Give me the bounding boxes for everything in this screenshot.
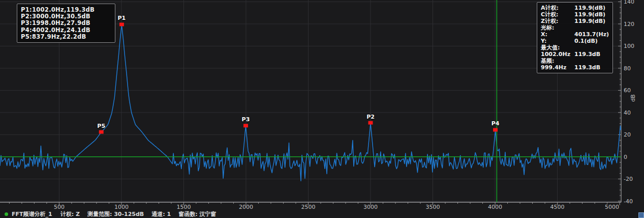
- y-tick-label: 100: [624, 43, 634, 49]
- info-row-label: 999.4Hz: [541, 64, 574, 71]
- info-row: X:4013.7(Hz): [541, 31, 609, 38]
- info-row-value: 119.3dB: [574, 64, 609, 71]
- info-row-label: Y:: [541, 38, 574, 44]
- peak-marker-P4[interactable]: [493, 128, 498, 131]
- peak-readout-box: P1:1002.0Hz,119.3dBP2:3000.0Hz,30.5dBP3:…: [17, 4, 115, 43]
- status-bar: FFT频谱分析_1 计权: Z测量范围: 30-125dB通道: 1窗函数: 汉…: [0, 210, 644, 218]
- status-item: 通道: 1: [151, 211, 171, 217]
- info-row: 999.4Hz119.3dB: [541, 64, 609, 71]
- info-row-label: 光标:: [541, 24, 574, 31]
- measurement-info-rows: A计权:119.9(dB)C计权:119.9(dB)Z计权:119.9(dB)光…: [541, 5, 609, 71]
- x-tick-label: 3000: [355, 204, 386, 210]
- peak-label-P1: P1: [113, 15, 130, 21]
- info-row-label: 基频:: [541, 58, 574, 64]
- resize-handle[interactable]: [638, 212, 644, 218]
- info-row-value: [574, 58, 609, 64]
- peak-marker-P2[interactable]: [368, 121, 373, 125]
- info-row-value: 119.9(dB): [574, 5, 609, 11]
- peak-readout-lines: P1:1002.0Hz,119.3dBP2:3000.0Hz,30.5dBP3:…: [21, 7, 111, 40]
- x-tick-label: 1000: [106, 204, 137, 210]
- status-item: 计权: Z: [60, 211, 80, 217]
- x-tick-label: 500: [44, 204, 74, 210]
- info-row-value: [574, 24, 609, 31]
- x-tick-label: 3500: [418, 204, 448, 210]
- info-row: Y:0.1(dB): [541, 38, 609, 44]
- status-item: 测量范围: 30-125dB: [87, 211, 144, 217]
- info-row: 最大值:: [541, 44, 609, 51]
- series-indicator-dot: [5, 212, 8, 216]
- measurement-info-panel: A计权:119.9(dB)C计权:119.9(dB)Z计权:119.9(dB)光…: [537, 2, 613, 73]
- info-row-label: A计权:: [541, 5, 574, 11]
- info-row-value: 119.9(dB): [574, 18, 609, 24]
- x-tick-label: 1500: [168, 204, 199, 210]
- y-tick-label: 120: [624, 21, 634, 28]
- info-row-value: 0.1(dB): [574, 38, 609, 44]
- info-row: 1002.0Hz119.3dB: [541, 51, 609, 58]
- info-row-value: 119.3dB: [574, 51, 609, 58]
- peak-marker-P5[interactable]: [99, 130, 104, 134]
- info-row-label: Z计权:: [541, 18, 574, 24]
- x-tick-label: 2000: [231, 204, 261, 210]
- y-tick-label: 40: [624, 110, 631, 116]
- info-row-label: C计权:: [541, 11, 574, 18]
- fft-trace: [0, 25, 621, 181]
- peak-label-P2: P2: [362, 114, 379, 120]
- peak-label-P4: P4: [487, 121, 504, 126]
- status-items: 计权: Z测量范围: 30-125dB通道: 1窗函数: 汉宁窗: [60, 210, 224, 218]
- info-row-label: 最大值:: [541, 44, 574, 51]
- peak-readout-line: P4:4002.0Hz,24.1dB: [21, 27, 111, 34]
- y-tick-label: 140: [624, 0, 634, 5]
- info-row-value: 4013.7(Hz): [574, 31, 609, 38]
- x-tick-label: 4000: [480, 204, 510, 210]
- x-tick-label: 4500: [542, 204, 573, 210]
- peak-label-P3: P3: [237, 117, 254, 122]
- info-row: 基频:: [541, 58, 609, 64]
- x-tick-label: 5000: [597, 204, 627, 210]
- peak-readout-line: P5:837.9Hz,22.2dB: [21, 34, 111, 40]
- info-row-label: 1002.0Hz: [541, 51, 574, 58]
- peak-readout-line: P3:1998.0Hz,27.9dB: [21, 20, 111, 26]
- y-tick-label: 80: [624, 66, 631, 72]
- y-axis-unit-label: dB: [630, 94, 636, 102]
- info-row: A计权:119.9(dB): [541, 5, 609, 11]
- info-row: C计权:119.9(dB): [541, 11, 609, 18]
- peak-label-P5: P5: [93, 123, 110, 129]
- series-tab-label[interactable]: FFT频谱分析_1: [12, 210, 52, 218]
- fft-analyzer-window: P1P2P3P4P5500100015002000250030003500400…: [0, 0, 644, 218]
- info-row: 光标:: [541, 24, 609, 31]
- info-row: Z计权:119.9(dB): [541, 18, 609, 24]
- info-row-label: X:: [541, 31, 574, 38]
- y-tick-label: -40: [624, 199, 633, 205]
- y-tick-label: -20: [624, 176, 633, 182]
- y-tick-label: 0: [624, 154, 627, 160]
- peak-marker-P3[interactable]: [243, 124, 248, 127]
- info-row-value: [574, 44, 609, 51]
- y-tick-label: 20: [624, 132, 631, 138]
- peak-marker-P1[interactable]: [119, 22, 124, 26]
- y-tick-label: 60: [624, 88, 631, 94]
- status-item: 窗函数: 汉宁窗: [178, 211, 216, 217]
- x-tick-label: 2500: [293, 204, 323, 210]
- info-row-value: 119.9(dB): [574, 11, 609, 18]
